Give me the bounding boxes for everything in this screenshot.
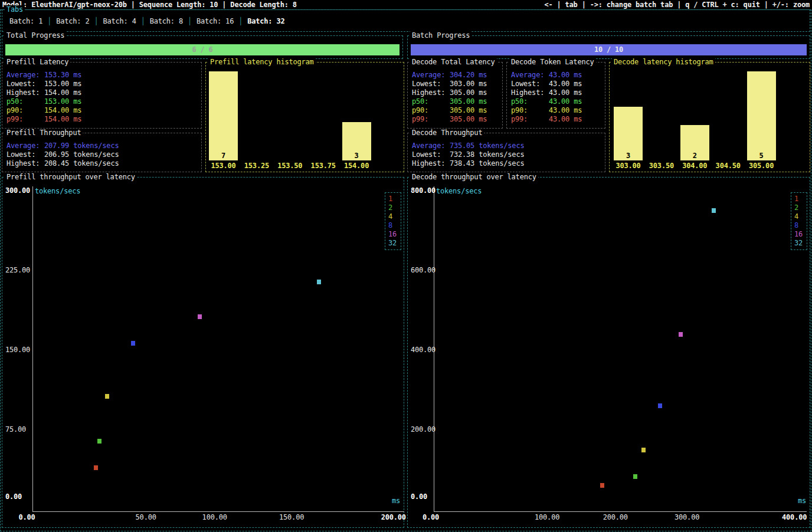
scatter-point-batch-4: [641, 448, 646, 452]
histogram-x-label: 304.00: [680, 162, 709, 170]
scatter-point-batch-2: [633, 474, 637, 479]
decode-token-latency-panel: Decode Token Latency Average:43.00 msLow…: [506, 62, 605, 129]
scatter-point-batch-4: [105, 394, 109, 399]
histogram-x-label: 303.00: [614, 162, 643, 170]
decode-throughput-rows: Average:735.05 tokens/secsLowest:732.38 …: [412, 142, 603, 168]
x-tick-label: 200.00: [603, 513, 628, 522]
scatter-point-batch-32: [317, 280, 321, 284]
decode-throughput-title: Decode Throughput: [410, 129, 484, 137]
y-tick-label: 300.00: [5, 186, 30, 195]
stat-row-p99: p99:43.00 ms: [511, 115, 603, 124]
decode-histogram-panel: Decode latency histogram 325 303.00303.5…: [609, 62, 810, 172]
y-tick-label: 800.00: [411, 186, 436, 195]
stat-row-highest: Highest:43.00 ms: [511, 88, 603, 97]
x-tick-label: 400.00: [782, 513, 807, 522]
stat-row-p99: p99:154.00 ms: [6, 115, 199, 124]
y-tick-label: 0.00: [411, 492, 427, 501]
x-tick-label: 150.00: [279, 513, 304, 522]
y-axis-line: [32, 186, 33, 511]
decode-histogram-bars: 325: [611, 71, 808, 160]
legend-item-batch-1: 1: [794, 195, 807, 203]
prefill-latency-title: Prefill Latency: [5, 58, 70, 67]
stat-row-highest: Highest:305.00 ms: [412, 88, 500, 97]
prefill-throughput-title: Prefill Throughput: [5, 129, 83, 137]
x-tick-label: 50.00: [136, 513, 156, 522]
legend-item-batch-1: 1: [388, 195, 401, 203]
decode-throughput-panel: Decode Throughput Average:735.05 tokens/…: [407, 133, 605, 172]
stat-row-p50: p50:305.00 ms: [412, 97, 500, 106]
tab-separator: │: [47, 17, 51, 26]
prefill-histogram-axis-labels: 153.00153.25153.50153.75154.00: [207, 162, 402, 170]
stat-row-average: Average:304.20 ms: [412, 71, 500, 80]
histogram-x-label: 153.25: [242, 162, 271, 170]
legend-item-batch-16: 16: [388, 230, 401, 239]
scatter-point-batch-1: [94, 465, 98, 470]
x-axis-line: [434, 511, 807, 512]
histogram-bar: 3: [342, 122, 371, 160]
histogram-bar: 7: [209, 71, 238, 160]
histogram-x-label: 153.75: [309, 162, 338, 170]
histogram-bar-count: 5: [747, 152, 776, 160]
stat-row-p90: p90:43.00 ms: [511, 106, 603, 115]
total-progress-title: Total Progress: [5, 31, 66, 40]
prefill-latency-panel: Prefill Latency Average:153.30 msLowest:…: [2, 62, 202, 129]
top-status-bar: Model: EleutherAI/gpt-neox-20b | Sequenc…: [2, 1, 810, 9]
tab-separator: │: [141, 17, 145, 26]
scatter-point-batch-8: [131, 341, 135, 346]
legend-item-batch-32: 32: [388, 239, 401, 248]
legend-item-batch-8: 8: [388, 221, 401, 230]
histogram-x-label: 305.00: [747, 162, 776, 170]
histogram-bar-count: 3: [614, 152, 643, 160]
total-progress-value: 6 / 6: [192, 45, 212, 54]
batch-progress-value: 10 / 10: [594, 45, 623, 54]
legend-item-batch-2: 2: [794, 203, 807, 212]
tabs-panel: Tabs Batch: 1│Batch: 2│Batch: 4│Batch: 8…: [2, 9, 810, 32]
x-tick-label: 200.00: [381, 513, 406, 522]
keyboard-hints: <- | tab | ->: change batch tab | q / CT…: [544, 1, 810, 9]
tab-batch-2[interactable]: Batch: 2: [51, 17, 94, 26]
scatter-point-batch-16: [198, 314, 202, 319]
legend-item-batch-8: 8: [794, 221, 807, 230]
scatter-point-batch-32: [712, 208, 716, 213]
stat-row-lowest: Lowest:153.00 ms: [6, 80, 199, 88]
stat-row-highest: Highest:154.00 ms: [6, 88, 199, 97]
tab-batch-8[interactable]: Batch: 8: [145, 17, 188, 26]
x-tick-label: 100.00: [535, 513, 559, 522]
tab-batch-1[interactable]: Batch: 1: [5, 17, 47, 26]
prefill-scatter-title: Prefill throughput over latency: [5, 173, 137, 182]
tab-batch-32[interactable]: Batch: 32: [243, 17, 289, 26]
x-tick-label: 0.00: [423, 513, 439, 522]
legend-item-batch-32: 32: [794, 239, 807, 248]
scatter-point-batch-8: [658, 403, 662, 408]
prefill-latency-rows: Average:153.30 msLowest:153.00 msHighest…: [6, 71, 199, 124]
stat-row-average: Average:43.00 ms: [511, 71, 603, 80]
prefill-histogram-panel: Prefill latency histogram 73 153.00153.2…: [205, 62, 404, 172]
tab-separator: │: [94, 17, 98, 26]
histogram-x-label: 153.50: [276, 162, 304, 170]
x-axis-unit-label: ms: [798, 497, 806, 505]
decode-histogram-title: Decode latency histogram: [612, 58, 715, 67]
histogram-bar: 5: [747, 71, 776, 160]
histogram-bar-count: 2: [680, 152, 709, 160]
stat-row-highest: Highest:208.45 tokens/secs: [6, 159, 199, 168]
series-legend: 12481632: [385, 192, 401, 250]
app-window: Model: EleutherAI/gpt-neox-20b | Sequenc…: [0, 0, 812, 532]
decode-total-latency-title: Decode Total Latency: [410, 58, 497, 67]
stat-row-average: Average:153.30 ms: [6, 71, 199, 80]
x-tick-label: 100.00: [202, 513, 227, 522]
x-tick-row: 0.0050.00100.00150.00200.00: [32, 513, 404, 522]
prefill-histogram-title: Prefill latency histogram: [208, 58, 316, 67]
y-tick-label: 600.00: [411, 266, 436, 275]
histogram-x-label: 153.00: [209, 162, 238, 170]
x-tick-label: 300.00: [675, 513, 699, 522]
tab-batch-16[interactable]: Batch: 16: [192, 17, 238, 26]
decode-token-latency-rows: Average:43.00 msLowest:43.00 msHighest:4…: [511, 71, 603, 124]
histogram-bar-count: 3: [342, 152, 371, 160]
histogram-x-label: 154.00: [342, 162, 371, 170]
y-tick-label: 200.00: [411, 425, 436, 434]
scatter-point-batch-2: [97, 439, 102, 444]
tab-batch-4[interactable]: Batch: 4: [98, 17, 140, 26]
stat-row-lowest: Lowest:43.00 ms: [511, 80, 603, 88]
legend-item-batch-4: 4: [388, 212, 401, 221]
y-tick-label: 225.00: [5, 266, 30, 275]
